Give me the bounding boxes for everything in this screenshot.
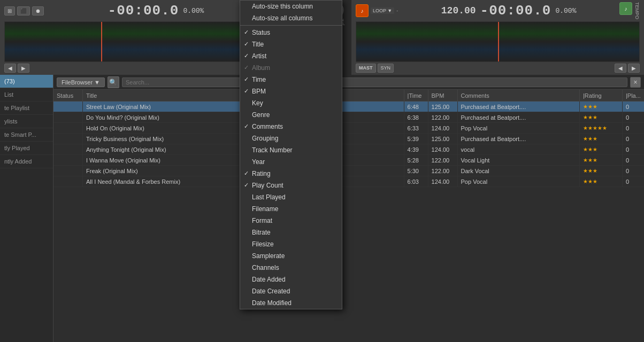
menu-item-label: Filename	[252, 205, 278, 213]
search-input[interactable]	[122, 77, 627, 87]
context-menu-item-date-created[interactable]: Date Created	[240, 285, 342, 297]
row-time: 6:48	[404, 102, 428, 112]
deck-left-stop-btn[interactable]: ⬛	[17, 6, 30, 15]
menu-item-label: Date Created	[252, 287, 290, 295]
context-menu-item-samplerate[interactable]: Samplerate	[240, 250, 342, 262]
sidebar-item-smart-playlist[interactable]: te Smart P...	[0, 128, 53, 142]
row-time: 6:33	[404, 123, 428, 133]
sidebar-item-create-playlist[interactable]: te Playlist	[0, 102, 53, 115]
table-row[interactable]: Do You Mind? (Original Mix) Amsterdam 20…	[53, 112, 644, 123]
context-menu-item-auto-size-all-columns[interactable]: Auto-size all columns	[240, 12, 342, 24]
context-menu-separator	[240, 25, 342, 26]
context-menu-item-status[interactable]: ✓Status	[240, 27, 342, 38]
filebrowser-bar: FileBrowser ▼ 🔍 ×	[53, 75, 644, 90]
context-menu-item-year[interactable]: Year	[240, 156, 342, 168]
deck-right-prev-btn[interactable]: ◀	[615, 64, 626, 73]
menu-item-label: Date Modified	[252, 299, 292, 307]
row-bpm: 122.00	[428, 112, 458, 122]
col-header-time[interactable]: | Time	[404, 90, 428, 101]
sidebar-item-recently-added[interactable]: ntly Added	[0, 155, 53, 168]
row-plays: 0	[623, 102, 644, 112]
row-time: 5:30	[404, 166, 428, 176]
table-row[interactable]: Anything Tonight (Original Mix) Amsterda…	[53, 144, 644, 155]
context-menu-item-bpm[interactable]: ✓BPM	[240, 86, 342, 97]
col-header-bpm[interactable]: BPM	[428, 90, 458, 101]
context-menu-item-bitrate[interactable]: Bitrate	[240, 227, 342, 238]
context-menu-item-play-count[interactable]: ✓Play Count	[240, 180, 342, 191]
deck-right-master-btn[interactable]: MAST	[356, 64, 376, 73]
context-menu-item-rating[interactable]: ✓Rating	[240, 168, 342, 180]
checkmark-icon: ✓	[244, 64, 249, 71]
row-plays: 0	[623, 144, 644, 154]
context-menu-item-date-added[interactable]: Date Added	[240, 274, 342, 285]
row-comments: Vocal Light	[458, 155, 580, 165]
deck-right: ♪ LOOP ▼ - 120.00 -00:00.0 0.00% ♪ TEMPO…	[351, 0, 644, 75]
context-menu-item-auto-size-this-column[interactable]: Auto-size this column	[240, 1, 342, 12]
context-menu-item-format[interactable]: Format	[240, 215, 342, 227]
row-time: 6:38	[404, 112, 428, 122]
row-comments: Dark Vocal	[458, 166, 580, 176]
context-menu-item-date-modified[interactable]: Date Modified	[240, 297, 342, 309]
table-row[interactable]: Hold On (Original Mix) Amsterdam 2015 - …	[53, 123, 644, 134]
row-status	[53, 102, 83, 112]
sidebar-item-last-played[interactable]: tly Played	[0, 142, 53, 155]
col-header-status[interactable]: Status	[53, 90, 83, 101]
row-bpm: 124.00	[428, 123, 458, 133]
row-comments: Purchased at Beatport....	[458, 102, 580, 112]
row-bpm: 122.00	[428, 166, 458, 176]
row-title: I Wanna Move (Original Mix)	[83, 155, 243, 165]
menu-item-label: BPM	[252, 88, 266, 95]
table-row[interactable]: I Wanna Move (Original Mix) Amsterdam 20…	[53, 155, 644, 166]
deck-right-next-btn[interactable]: ▶	[628, 64, 640, 73]
context-menu-item-key[interactable]: Key	[240, 97, 342, 109]
context-menu-item-time[interactable]: ✓Time	[240, 74, 342, 86]
deck-left-expand-btn[interactable]: ⊞	[4, 6, 15, 15]
table-row[interactable]: Street Law (Original Mix) Amsterdam 2015…	[53, 102, 644, 112]
table-row[interactable]: Freak (Original Mix) Amsterdam 2015 - Se…	[53, 166, 644, 176]
row-title: Hold On (Original Mix)	[83, 123, 243, 133]
row-status	[53, 155, 83, 165]
col-header-title[interactable]: Title	[83, 90, 243, 101]
filebrowser-btn[interactable]: FileBrowser ▼	[57, 77, 105, 87]
row-bpm: 124.00	[428, 144, 458, 154]
track-list-scroll[interactable]: Street Law (Original Mix) Amsterdam 2015…	[53, 102, 644, 342]
search-clear-btn[interactable]: ×	[630, 77, 641, 88]
context-menu-item-grouping[interactable]: Grouping	[240, 133, 342, 144]
deck-right-sync-btn[interactable]: SYN	[378, 64, 394, 73]
col-header-plays[interactable]: | Pla...	[623, 90, 644, 101]
table-row[interactable]: All I Need (Mandal & Forbes Remix) Amste…	[53, 176, 644, 187]
sidebar-item-list[interactable]: List	[0, 88, 53, 102]
context-menu-item-title[interactable]: ✓Title	[240, 38, 342, 50]
deck-left-prev-btn[interactable]: ◀	[4, 64, 16, 73]
checkmark-icon: ✓	[244, 29, 249, 36]
col-header-comments[interactable]: Comments	[458, 90, 580, 101]
menu-item-label: Title	[252, 41, 264, 48]
row-bpm: 122.00	[428, 155, 458, 165]
sidebar-item-73[interactable]: (73)	[0, 75, 53, 88]
menu-item-label: Format	[252, 217, 272, 224]
context-menu-item-genre[interactable]: Genre	[240, 109, 342, 121]
deck-right-percent: 0.00%	[555, 7, 576, 15]
context-menu-item-artist[interactable]: ✓Artist	[240, 50, 342, 62]
context-menu: Auto-size this columnAuto-size all colum…	[240, 0, 342, 309]
table-row[interactable]: Tricky Business (Original Mix) Amsterdam…	[53, 134, 644, 144]
context-menu-item-last-played[interactable]: Last Played	[240, 191, 342, 203]
row-plays: 0	[623, 176, 644, 186]
search-icon: 🔍	[108, 76, 119, 88]
checkmark-icon: ✓	[244, 123, 249, 130]
context-menu-item-track-number[interactable]: Track Number	[240, 144, 342, 156]
row-rating: ★★★	[580, 155, 623, 165]
context-menu-item-album[interactable]: ✓Album	[240, 62, 342, 74]
menu-item-label: Play Count	[252, 182, 283, 189]
sidebar-item-playlists[interactable]: ylists	[0, 115, 53, 128]
context-menu-item-channels[interactable]: Channels	[240, 262, 342, 274]
context-menu-item-comments[interactable]: ✓Comments	[240, 121, 342, 133]
deck-right-tempo-icon: ♪	[356, 4, 369, 17]
deck-left-record-btn[interactable]: ⏺	[32, 6, 44, 15]
context-menu-item-filesize[interactable]: Filesize	[240, 238, 342, 250]
row-rating: ★★★★★	[580, 123, 623, 133]
context-menu-item-filename[interactable]: Filename	[240, 203, 342, 215]
deck-left-time: -00:00.0	[108, 3, 179, 19]
deck-left-next-btn[interactable]: ▶	[18, 64, 29, 73]
col-header-rating[interactable]: | Rating	[580, 90, 623, 101]
